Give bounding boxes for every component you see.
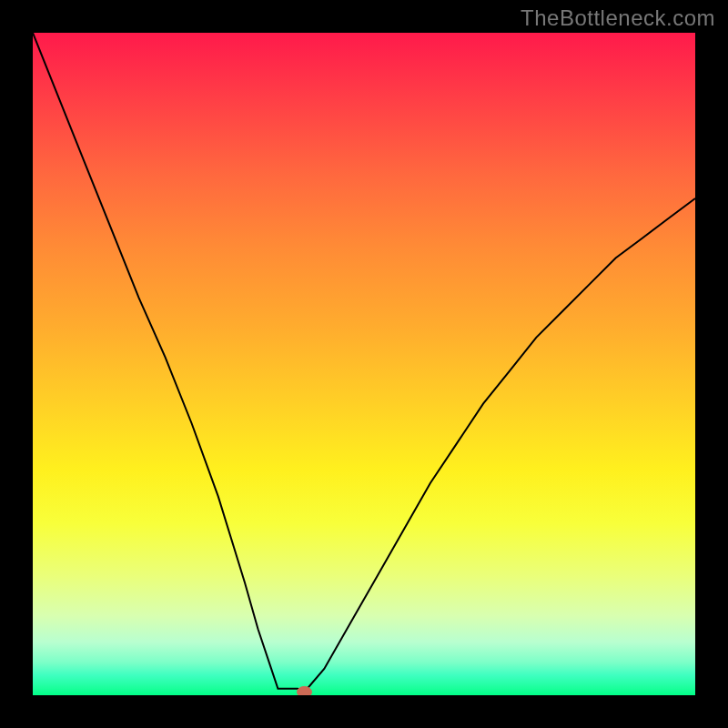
chart-frame: TheBottleneck.com bbox=[0, 0, 728, 728]
optimum-marker bbox=[298, 686, 312, 695]
plot-area bbox=[33, 33, 695, 695]
curve-svg bbox=[33, 33, 695, 695]
watermark-text: TheBottleneck.com bbox=[521, 5, 715, 31]
bottleneck-curve bbox=[33, 33, 695, 692]
